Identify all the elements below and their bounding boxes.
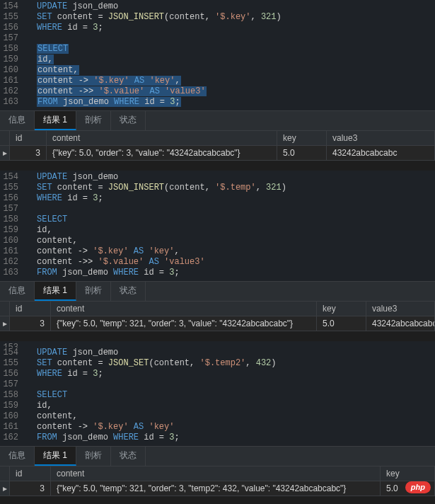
code-content: content, <box>37 411 435 422</box>
code-content: id, <box>37 55 435 65</box>
code-line[interactable]: 159id, <box>0 55 435 65</box>
col-value3[interactable]: value3 <box>327 131 435 145</box>
cell-id[interactable]: 3 <box>10 146 47 160</box>
code-line[interactable]: 163FROM json_demo WHERE id = 3; <box>0 268 435 278</box>
code-line[interactable]: 162content ->> '$.value' AS 'value3' <box>0 86 435 97</box>
code-line[interactable]: 162content ->> '$.value' AS 'value3' <box>0 257 435 268</box>
code-line[interactable]: 158SELECT <box>0 44 435 55</box>
line-number: 161 <box>0 246 24 257</box>
line-number: 154 <box>0 172 24 183</box>
line-number: 160 <box>0 65 24 76</box>
cell-id[interactable]: 3 <box>10 481 51 496</box>
sql-editor-1[interactable]: 154UPDATE json_demo155SET content = JSON… <box>0 0 435 110</box>
code-line[interactable]: 157 <box>0 379 435 390</box>
code-content: content -> '$.key' AS 'key', <box>37 76 435 86</box>
tab-status[interactable]: 状态 <box>111 447 146 466</box>
code-content: content -> '$.key' AS 'key' <box>37 422 435 433</box>
cell-content[interactable]: {"key": 5.0, "temp": 321, "order": 3, "v… <box>51 316 317 331</box>
line-number: 153 <box>0 343 24 348</box>
code-line[interactable]: 159id, <box>0 401 435 411</box>
line-number: 157 <box>0 33 24 44</box>
line-number: 155 <box>0 12 24 23</box>
col-content[interactable]: content <box>47 131 277 145</box>
code-content: SET content = JSON_INSERT(content, '$.te… <box>37 183 435 193</box>
line-number: 161 <box>0 422 24 433</box>
col-key[interactable]: key <box>277 131 327 145</box>
code-line[interactable]: 154UPDATE json_demo <box>0 348 435 358</box>
code-line[interactable]: 156WHERE id = 3; <box>0 23 435 33</box>
code-content: SELECT <box>37 214 435 225</box>
code-line[interactable]: 160content, <box>0 65 435 76</box>
cell-key[interactable]: 5.0 <box>317 316 366 331</box>
sql-editor-3[interactable]: 153154UPDATE json_demo155SET content = J… <box>0 341 435 446</box>
cell-content[interactable]: {"key": 5.0, "order": 3, "value": "43242… <box>47 146 277 160</box>
sql-editor-2[interactable]: 154UPDATE json_demo155SET content = JSON… <box>0 171 435 281</box>
col-id[interactable]: id <box>10 466 51 481</box>
row-marker-icon: ▸ <box>0 481 10 496</box>
code-line[interactable]: 157 <box>0 33 435 44</box>
tab-info[interactable]: 信息 <box>0 447 35 466</box>
cell-id[interactable]: 3 <box>10 316 51 331</box>
tab-result-1[interactable]: 结果 1 <box>35 111 76 130</box>
cell-value3[interactable]: 43242abcabcabc <box>327 146 435 160</box>
line-number: 162 <box>0 257 24 268</box>
code-line[interactable]: 158SELECT <box>0 214 435 225</box>
tab-info[interactable]: 信息 <box>0 111 35 130</box>
code-line[interactable]: 156WHERE id = 3; <box>0 369 435 379</box>
code-line[interactable]: 159id, <box>0 225 435 236</box>
cell-content[interactable]: {"key": 5.0, "temp": 321, "order": 3, "t… <box>51 481 381 496</box>
code-content: FROM json_demo WHERE id = 3; <box>37 433 435 443</box>
code-content: content, <box>37 236 435 246</box>
cell-key[interactable]: 5.0 <box>277 146 327 160</box>
tab-status[interactable]: 状态 <box>111 111 146 130</box>
tab-analyze[interactable]: 剖析 <box>76 447 111 466</box>
php-badge: php <box>405 481 431 493</box>
tab-info[interactable]: 信息 <box>0 282 35 301</box>
code-line[interactable]: 161content -> '$.key' AS 'key', <box>0 76 435 86</box>
col-id[interactable]: id <box>10 302 51 316</box>
code-content: UPDATE json_demo <box>37 172 435 183</box>
col-key[interactable]: key <box>317 302 366 316</box>
code-content: content ->> '$.value' AS 'value3' <box>37 257 435 268</box>
table-row[interactable]: ▸ 3 {"key": 5.0, "temp": 321, "order": 3… <box>0 481 435 496</box>
table-row[interactable]: ▸ 3 {"key": 5.0, "temp": 321, "order": 3… <box>0 316 435 331</box>
line-number: 157 <box>0 379 24 390</box>
code-line[interactable]: 155SET content = JSON_INSERT(content, '$… <box>0 183 435 193</box>
col-id[interactable]: id <box>10 131 47 145</box>
code-content: WHERE id = 3; <box>37 23 435 33</box>
tab-analyze[interactable]: 剖析 <box>76 111 111 130</box>
row-marker-icon: ▸ <box>0 316 10 331</box>
tab-result-1[interactable]: 结果 1 <box>35 447 76 466</box>
tab-result-1[interactable]: 结果 1 <box>35 282 76 301</box>
col-value3[interactable]: value3 <box>366 302 435 316</box>
code-line[interactable]: 162FROM json_demo WHERE id = 3; <box>0 433 435 443</box>
code-line[interactable]: 161content -> '$.key' AS 'key', <box>0 246 435 257</box>
code-content: content, <box>37 65 435 76</box>
cell-value3[interactable]: 43242abcabcabc <box>366 316 435 331</box>
tab-analyze[interactable]: 剖析 <box>76 282 111 301</box>
col-content[interactable]: content <box>51 466 381 481</box>
code-line[interactable]: 155SET content = JSON_INSERT(content, '$… <box>0 12 435 23</box>
table-row[interactable]: ▸ 3 {"key": 5.0, "order": 3, "value": "4… <box>0 146 435 161</box>
code-line[interactable]: 163FROM json_demo WHERE id = 3; <box>0 97 435 108</box>
code-line[interactable]: 161content -> '$.key' AS 'key' <box>0 422 435 433</box>
code-line[interactable]: 154UPDATE json_demo <box>0 172 435 183</box>
code-content: SELECT <box>37 390 435 401</box>
code-content: FROM json_demo WHERE id = 3; <box>37 268 435 278</box>
code-line[interactable]: 157 <box>0 204 435 214</box>
code-line[interactable]: 160content, <box>0 411 435 422</box>
code-line[interactable]: 158SELECT <box>0 390 435 401</box>
code-line[interactable]: 154UPDATE json_demo <box>0 1 435 12</box>
line-number: 156 <box>0 369 24 379</box>
line-number: 163 <box>0 268 24 278</box>
code-line[interactable]: 153 <box>0 343 435 348</box>
result-grid-1: id content key value3 ▸ 3 {"key": 5.0, "… <box>0 131 435 161</box>
code-content: SELECT <box>37 44 435 55</box>
code-line[interactable]: 155SET content = JSON_SET(content, '$.te… <box>0 358 435 369</box>
code-line[interactable]: 160content, <box>0 236 435 246</box>
result-grid-2: id content key value3 ▸ 3 {"key": 5.0, "… <box>0 302 435 331</box>
tab-status[interactable]: 状态 <box>111 282 146 301</box>
col-content[interactable]: content <box>51 302 317 316</box>
col-key[interactable]: key <box>381 466 435 481</box>
code-line[interactable]: 156WHERE id = 3; <box>0 193 435 204</box>
